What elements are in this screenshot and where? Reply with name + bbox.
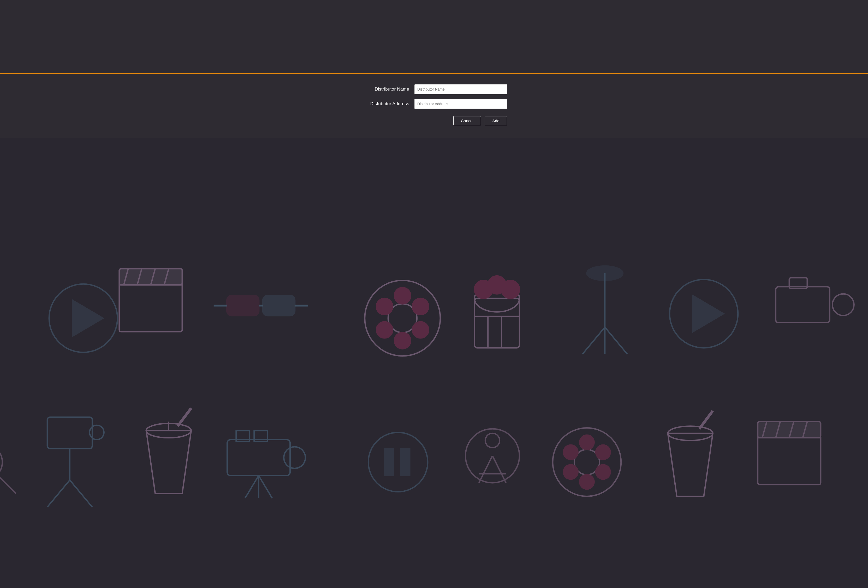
svg-point-109 xyxy=(580,475,594,489)
svg-rect-89 xyxy=(227,439,290,476)
svg-rect-26 xyxy=(263,296,295,316)
svg-line-93 xyxy=(258,476,272,498)
svg-point-35 xyxy=(394,332,410,349)
cinema-pattern-svg xyxy=(0,138,868,588)
distributor-name-row: Distributor Name xyxy=(361,84,507,94)
svg-point-33 xyxy=(412,298,428,315)
svg-line-113 xyxy=(700,411,713,429)
svg-point-96 xyxy=(368,433,428,492)
svg-rect-97 xyxy=(384,449,393,476)
distributor-name-input[interactable] xyxy=(415,84,507,94)
svg-line-48 xyxy=(605,327,627,354)
svg-line-84 xyxy=(47,480,70,507)
distributor-address-row: Distributor Address xyxy=(361,99,507,109)
svg-line-80 xyxy=(0,475,16,493)
svg-point-36 xyxy=(376,322,393,338)
add-button[interactable]: Add xyxy=(485,116,507,125)
svg-point-111 xyxy=(564,445,578,459)
svg-point-32 xyxy=(394,288,410,304)
page-wrapper: Distributor Name Distributor Address Can… xyxy=(0,0,868,588)
svg-point-100 xyxy=(485,433,499,448)
svg-point-79 xyxy=(0,444,2,480)
svg-line-91 xyxy=(245,476,258,498)
svg-point-34 xyxy=(412,322,428,338)
buttons-row: Cancel Add xyxy=(361,116,507,125)
svg-rect-53 xyxy=(776,287,830,323)
middle-section: Distributor Name Distributor Address Can… xyxy=(0,74,868,138)
svg-point-108 xyxy=(596,465,610,479)
form-container: Distributor Name Distributor Address Can… xyxy=(361,84,507,125)
svg-line-88 xyxy=(178,408,191,426)
svg-point-106 xyxy=(580,435,594,449)
distributor-address-label: Distributor Address xyxy=(361,101,409,106)
svg-marker-17 xyxy=(72,300,103,336)
distributor-name-label: Distributor Name xyxy=(361,87,409,92)
svg-rect-81 xyxy=(47,417,92,449)
svg-point-90 xyxy=(284,447,306,468)
svg-rect-18 xyxy=(119,282,182,332)
svg-line-102 xyxy=(493,456,506,483)
top-section xyxy=(0,0,868,73)
distributor-address-input[interactable] xyxy=(415,99,507,109)
svg-point-54 xyxy=(833,294,854,316)
svg-point-37 xyxy=(376,298,393,315)
svg-line-85 xyxy=(70,480,92,507)
cancel-button[interactable]: Cancel xyxy=(453,116,481,125)
svg-point-107 xyxy=(596,445,610,459)
svg-rect-38 xyxy=(474,298,519,348)
svg-line-101 xyxy=(479,456,493,483)
svg-rect-25 xyxy=(227,296,258,316)
bottom-section xyxy=(0,138,868,588)
svg-line-47 xyxy=(583,327,605,354)
svg-point-50 xyxy=(587,266,623,280)
svg-point-110 xyxy=(564,465,578,479)
svg-marker-52 xyxy=(693,296,723,332)
svg-rect-114 xyxy=(758,435,821,485)
svg-rect-98 xyxy=(401,449,409,476)
svg-point-43 xyxy=(501,280,519,298)
